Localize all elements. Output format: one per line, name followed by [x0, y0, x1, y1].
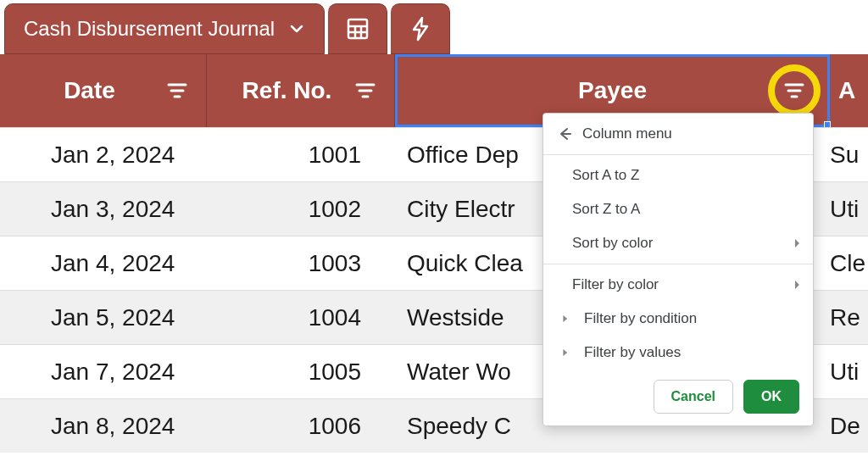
cell-payee[interactable]: Westside: [395, 304, 543, 331]
column-header-label: Payee: [413, 77, 812, 104]
submenu-arrow-icon: [795, 239, 799, 247]
cell-ref[interactable]: 1002: [207, 196, 395, 223]
filter-icon[interactable]: [352, 80, 379, 102]
cell-payee[interactable]: Water Wo: [395, 359, 543, 386]
back-arrow-icon[interactable]: [557, 126, 572, 142]
menu-item-label: Sort A to Z: [572, 167, 639, 184]
menu-separator: [543, 154, 813, 155]
sheet-tab-label: Cash Disbursement Journal: [24, 17, 275, 41]
cell-payee[interactable]: City Electr: [395, 196, 543, 223]
menu-sort-az[interactable]: Sort A to Z: [543, 158, 813, 192]
filter-icon[interactable]: [783, 80, 805, 102]
filter-highlight: [768, 64, 821, 117]
calculator-icon[interactable]: [328, 3, 387, 54]
submenu-arrow-icon: [795, 281, 799, 289]
menu-item-label: Sort Z to A: [572, 201, 640, 218]
column-header-label: A: [838, 77, 855, 104]
button-label: OK: [761, 389, 782, 403]
menu-item-label: Filter by values: [584, 344, 681, 361]
cell-ref[interactable]: 1004: [207, 304, 395, 331]
menu-filter-color[interactable]: Filter by color: [543, 268, 813, 302]
menu-item-label: Sort by color: [572, 235, 653, 252]
cell-ref[interactable]: 1005: [207, 359, 395, 386]
cell-date[interactable]: Jan 7, 2024: [0, 359, 207, 386]
cell-date[interactable]: Jan 2, 2024: [0, 142, 207, 169]
filter-icon[interactable]: [164, 80, 191, 102]
cell-ref[interactable]: 1001: [207, 142, 395, 169]
lightning-icon[interactable]: [391, 3, 450, 54]
cell-date[interactable]: Jan 3, 2024: [0, 196, 207, 223]
toolbar: Cash Disbursement Journal: [4, 3, 450, 54]
sheet-tab[interactable]: Cash Disbursement Journal: [4, 3, 325, 54]
column-header-label: Date: [15, 77, 164, 104]
column-menu-title: Column menu: [582, 125, 672, 142]
chevron-down-icon[interactable]: [288, 20, 305, 37]
cell-next[interactable]: De: [830, 413, 868, 440]
cell-ref[interactable]: 1006: [207, 413, 395, 440]
column-header-ref[interactable]: Ref. No.: [207, 54, 395, 127]
cell-payee[interactable]: Quick Clea: [395, 250, 543, 277]
column-menu: Column menu Sort A to Z Sort Z to A Sort…: [542, 113, 814, 426]
svg-rect-0: [348, 19, 367, 38]
cell-date[interactable]: Jan 4, 2024: [0, 250, 207, 277]
column-header-date[interactable]: Date: [0, 54, 207, 127]
cell-date[interactable]: Jan 8, 2024: [0, 413, 207, 440]
cell-next[interactable]: Cle: [830, 250, 868, 277]
column-menu-header[interactable]: Column menu: [543, 114, 813, 151]
menu-sort-za[interactable]: Sort Z to A: [543, 192, 813, 226]
menu-item-label: Filter by color: [572, 276, 659, 293]
column-header-next[interactable]: A: [830, 54, 868, 127]
menu-filter-condition[interactable]: Filter by condition: [543, 302, 813, 336]
expand-arrow-icon: [563, 349, 567, 356]
cell-next[interactable]: Re: [830, 304, 868, 331]
expand-arrow-icon: [563, 315, 567, 322]
button-label: Cancel: [671, 389, 715, 403]
menu-separator: [543, 264, 813, 264]
cell-next[interactable]: Uti: [830, 196, 868, 223]
cancel-button[interactable]: Cancel: [654, 380, 733, 414]
cell-payee[interactable]: Speedy C: [395, 413, 543, 440]
cell-ref[interactable]: 1003: [207, 250, 395, 277]
menu-buttons: Cancel OK: [543, 370, 813, 414]
cell-next[interactable]: Uti: [830, 359, 868, 386]
cell-next[interactable]: Su: [830, 142, 868, 169]
menu-item-label: Filter by condition: [584, 310, 697, 327]
cell-payee[interactable]: Office Dep: [395, 142, 543, 169]
ok-button[interactable]: OK: [743, 380, 799, 414]
menu-sort-color[interactable]: Sort by color: [543, 226, 813, 260]
cell-date[interactable]: Jan 5, 2024: [0, 304, 207, 331]
menu-filter-values[interactable]: Filter by values: [543, 336, 813, 370]
column-header-label: Ref. No.: [222, 77, 352, 104]
